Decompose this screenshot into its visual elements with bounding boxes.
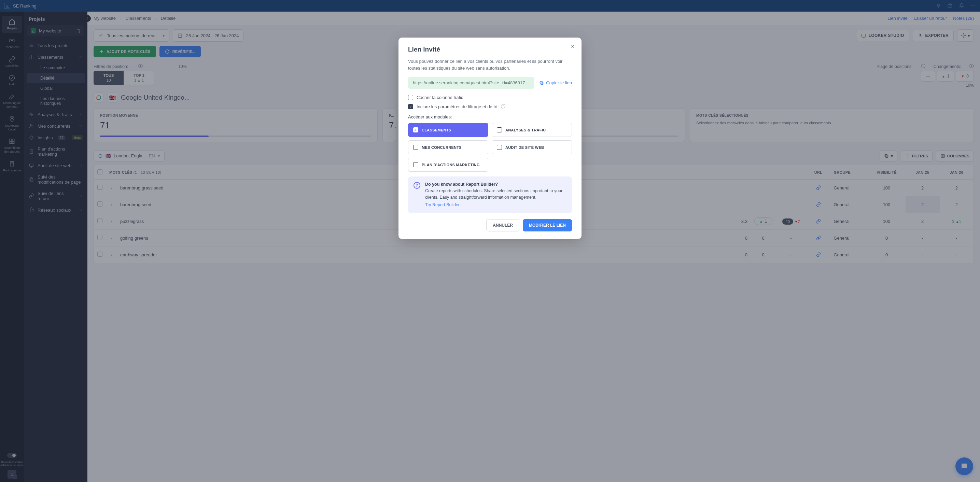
info-icon: ? (414, 182, 420, 189)
checkbox-icon (408, 104, 413, 109)
checkbox-icon (413, 145, 418, 150)
module-competitors[interactable]: MES CONCURRENTS (408, 140, 488, 154)
module-rankings[interactable]: CLASSEMENTS (408, 123, 488, 137)
module-analytics[interactable]: ANALYSES & TRAFIC (492, 123, 572, 137)
guest-link-input[interactable]: https://online.seranking.com/guest.html?… (408, 77, 535, 89)
cancel-button[interactable]: ANNULER (486, 219, 519, 231)
access-modules-label: Accéder aux modules: (408, 115, 572, 119)
checkbox-icon (497, 127, 502, 132)
modal-title: Lien invité (408, 46, 572, 53)
close-button[interactable] (569, 43, 576, 50)
hide-traffic-checkbox[interactable]: Cacher la colonne trafic (408, 95, 572, 100)
copy-link-button[interactable]: Copier le lien (539, 80, 572, 85)
checkbox-icon (413, 162, 418, 167)
svg-rect-31 (541, 82, 543, 84)
copy-icon (539, 81, 544, 85)
checkbox-icon (497, 145, 502, 150)
guest-link-modal: Lien invité Vous pouvez donner ce lien à… (398, 38, 582, 239)
report-builder-info: ? Do you know about Report Builder? Crea… (408, 177, 572, 213)
checkbox-icon (413, 127, 418, 132)
info-body: Create reports with schedules. Share sel… (425, 188, 562, 200)
modal-description: Vous pouvez donner ce lien à vos clients… (408, 58, 572, 72)
include-filters-checkbox[interactable]: Inclure les paramètres de filtrage et de… (408, 103, 572, 110)
modal-backdrop[interactable]: Lien invité Vous pouvez donner ce lien à… (0, 0, 980, 482)
modify-link-button[interactable]: MODIFIER LE LIEN (523, 219, 572, 231)
module-marketing-plan[interactable]: PLAN D'ACTIONS MARKETING (408, 158, 488, 172)
info-icon[interactable]: ⓘ (501, 103, 505, 110)
info-title: Do you know about Report Builder? (425, 182, 498, 187)
close-icon (570, 44, 575, 49)
module-site-audit[interactable]: AUDIT DE SITE WEB (492, 140, 572, 154)
svg-rect-32 (540, 81, 542, 84)
checkbox-icon (408, 95, 413, 100)
try-report-builder-link[interactable]: Try Report Builder (425, 202, 460, 208)
